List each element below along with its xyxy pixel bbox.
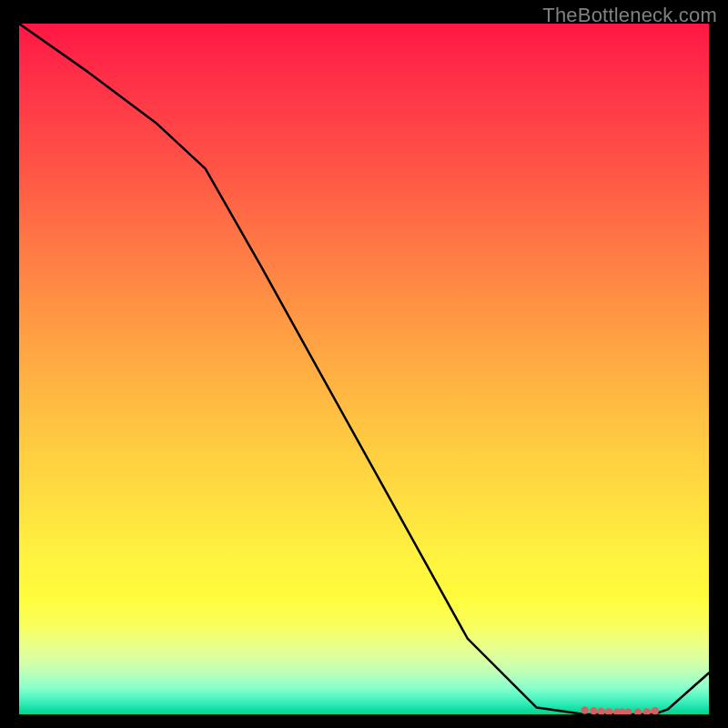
scatter-points xyxy=(581,706,659,714)
scatter-point xyxy=(581,706,588,713)
scatter-point xyxy=(652,707,659,714)
watermark-text: TheBottleneck.com xyxy=(542,4,717,27)
scatter-point xyxy=(624,709,632,714)
chart-svg xyxy=(19,24,709,714)
line-layer xyxy=(19,24,709,714)
scatter-point xyxy=(590,707,597,714)
scatter-point xyxy=(643,708,651,714)
plot-area xyxy=(19,24,709,714)
scatter-point xyxy=(634,709,642,714)
scatter-point xyxy=(598,708,605,714)
chart-frame: TheBottleneck.com xyxy=(0,0,728,728)
line-path xyxy=(19,24,709,714)
scatter-point xyxy=(605,708,612,714)
